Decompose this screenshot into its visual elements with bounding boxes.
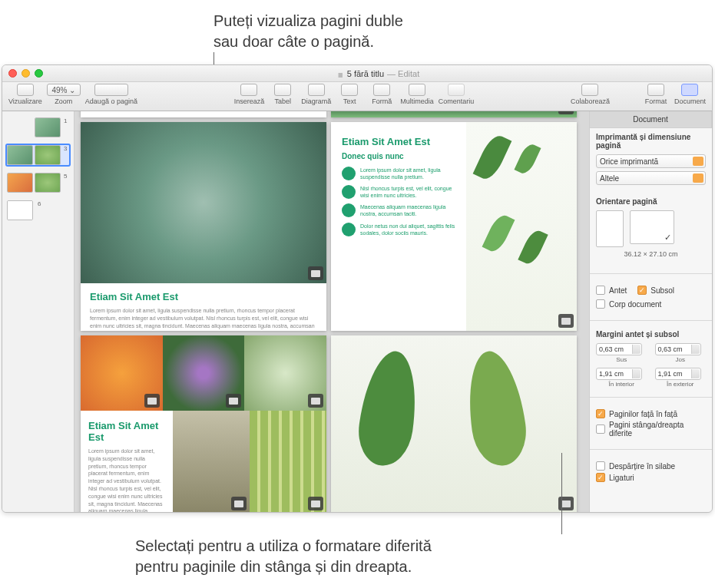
leaf-icon — [342, 167, 356, 180]
image-badge-icon[interactable] — [226, 394, 241, 408]
printer-popup[interactable]: Orice imprimantă — [596, 154, 706, 168]
image-badge-icon[interactable] — [308, 497, 323, 510]
page-right-2[interactable] — [331, 335, 577, 512]
diff-lr-checkbox-row[interactable]: Pagini stânga/dreapta diferite — [596, 421, 706, 438]
shape-button[interactable]: Formă — [368, 84, 396, 105]
image-succulent-2[interactable] — [244, 335, 326, 411]
page-left-2[interactable]: Etiam Sit Amet Est Lorem ipsum dolor sit… — [81, 335, 326, 512]
table-label: Tabel — [274, 97, 291, 105]
thumb-pair-6[interactable]: 6 — [5, 199, 71, 222]
dimensions-label: 36.12 × 27.10 cm — [596, 250, 706, 258]
insert-label: Inserează — [234, 97, 265, 105]
tab-document[interactable]: Document — [590, 111, 712, 127]
margin-inner-stepper[interactable]: 1,91 cm — [596, 368, 642, 380]
thumb-page-1[interactable] — [35, 117, 61, 137]
thumb-page-6[interactable] — [7, 200, 33, 220]
footer-checkbox-row[interactable]: Subsol — [637, 286, 674, 295]
image-succulent[interactable] — [81, 122, 326, 283]
margin-outer-stepper[interactable]: 1,91 cm — [655, 368, 701, 380]
format-label: Format — [645, 97, 667, 105]
image-badge-icon[interactable] — [558, 314, 574, 328]
inspector: Document Imprimantă și dimensiune pagină… — [589, 111, 712, 512]
insert-button[interactable]: Inserează — [234, 84, 265, 105]
format-button[interactable]: Format — [642, 84, 670, 105]
ligatures-label: Ligaturi — [609, 474, 634, 482]
thumb-page-3[interactable] — [35, 145, 61, 165]
chart-label: Diagramă — [301, 97, 331, 105]
body-checkbox-row[interactable]: Corp document — [596, 299, 706, 309]
thumb-page-2[interactable] — [7, 145, 33, 165]
media-button[interactable]: Multimedia — [400, 84, 434, 105]
image-cabbage[interactable] — [163, 335, 245, 411]
minimize-icon[interactable] — [22, 69, 30, 78]
comment-label: Comentariu — [439, 97, 475, 105]
pagesize-popup[interactable]: Altele — [596, 171, 706, 185]
format-icon — [647, 84, 664, 96]
checkbox-icon[interactable] — [596, 286, 605, 295]
document-icon — [681, 84, 698, 96]
image-fans[interactable] — [173, 411, 250, 512]
subheading: Donec quis nunc — [342, 152, 458, 160]
thumb-pair-4-5[interactable]: 5 — [5, 171, 71, 194]
thumb-page-5[interactable] — [35, 173, 61, 193]
zoom-popup[interactable]: 49% ⌄ Zoom — [47, 84, 81, 105]
document-button[interactable]: Document — [674, 84, 706, 105]
media-label: Multimedia — [400, 97, 434, 105]
page-left[interactable]: Etiam Sit Amet Est Lorem ipsum dolor sit… — [81, 122, 326, 331]
app-window: 5 fără titlu — Editat Vizualizare 49% ⌄ … — [2, 64, 713, 513]
inspector-tabs: Document — [590, 111, 712, 128]
table-button[interactable]: Tabel — [269, 84, 296, 105]
thumb-num-1: 1 — [64, 117, 67, 124]
bullet-text: Nisl rhoncus turpis est, vel elit, congu… — [360, 185, 458, 199]
checkbox-icon[interactable] — [596, 299, 605, 309]
thumb-pair-2-3[interactable]: 3 — [5, 144, 71, 167]
orientation-portrait[interactable] — [596, 210, 624, 247]
document-name: 5 fără titlu — [347, 69, 384, 78]
table-icon — [274, 84, 291, 96]
thumb-num-5: 5 — [64, 173, 67, 180]
page-right[interactable]: Etiam Sit Amet Est Donec quis nunc Lorem… — [331, 122, 577, 331]
facing-pages-checkbox-row[interactable]: Paginilor față în față — [596, 409, 706, 418]
image-bamboo[interactable] — [250, 411, 326, 512]
hyphenation-checkbox-row[interactable]: Despărțire în silabe — [596, 461, 706, 471]
margin-top-stepper[interactable]: 0,63 cm — [596, 343, 642, 355]
collaborate-button[interactable]: Colaborează — [571, 84, 610, 105]
view-icon — [17, 84, 34, 96]
comment-button[interactable]: Comentariu — [439, 84, 475, 105]
margin-outer-value: 1,91 cm — [658, 370, 683, 378]
checkbox-icon[interactable] — [596, 409, 605, 418]
bullet-text: Dolor netus non dui aliquet, sagittis fe… — [360, 223, 458, 236]
checkbox-icon[interactable] — [596, 461, 605, 471]
text-button[interactable]: Text — [336, 84, 363, 105]
thumb-page-4[interactable] — [7, 173, 33, 193]
hyphenation-label: Despărțire în silabe — [609, 462, 675, 471]
text-icon — [341, 84, 358, 96]
callout-line — [561, 453, 562, 534]
thumbnails-sidebar[interactable]: 1 3 5 6 — [2, 111, 74, 512]
header-checkbox-row[interactable]: Antet — [596, 286, 627, 295]
image-badge-icon[interactable] — [308, 266, 323, 280]
image-badge-icon[interactable] — [308, 394, 323, 408]
checkbox-icon[interactable] — [596, 424, 605, 434]
image-dahlia[interactable] — [81, 335, 163, 411]
text-label: Text — [343, 97, 356, 105]
thumb-pair-1[interactable]: 1 — [5, 116, 71, 139]
facing-label: Paginilor față în față — [609, 410, 677, 418]
checkbox-icon[interactable] — [637, 286, 647, 295]
image-badge-icon[interactable] — [144, 394, 160, 408]
image-leaves[interactable] — [466, 122, 577, 331]
fullscreen-icon[interactable] — [35, 69, 43, 78]
image-badge-icon[interactable] — [558, 111, 574, 114]
close-icon[interactable] — [8, 69, 17, 78]
chart-button[interactable]: Diagramă — [301, 84, 331, 105]
view-button[interactable]: Vizualizare — [8, 84, 42, 105]
image-badge-icon[interactable] — [231, 497, 247, 510]
ligatures-checkbox-row[interactable]: Ligaturi — [596, 473, 706, 482]
margin-bottom-stepper[interactable]: 0,63 cm — [655, 343, 701, 355]
canvas[interactable]: Etiam Sit Amet Est Lorem ipsum dolor sit… — [74, 111, 589, 512]
margin-inner-value: 1,91 cm — [599, 370, 624, 378]
orientation-landscape[interactable] — [630, 210, 674, 244]
add-page-button[interactable]: Adaugă o pagină — [85, 84, 137, 105]
margins-heading: Margini antet și subsol — [596, 330, 706, 339]
checkbox-icon[interactable] — [596, 473, 605, 482]
